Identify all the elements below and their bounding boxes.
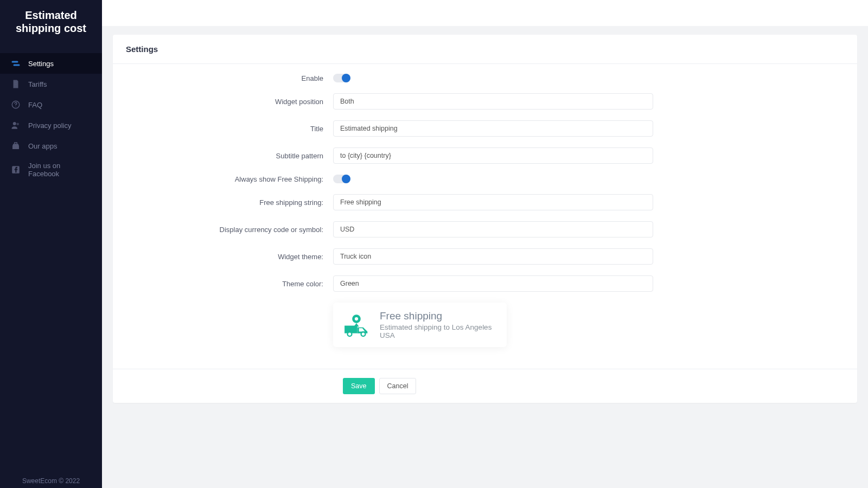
sidebar-item-label: Settings — [28, 60, 54, 68]
row-currency: Display currency code or symbol: — [113, 221, 857, 237]
toggle-enable[interactable] — [333, 74, 349, 82]
svg-rect-1 — [14, 65, 20, 66]
sidebar-item-apps[interactable]: Our apps — [0, 136, 102, 156]
topbar — [102, 0, 868, 26]
sidebar-item-faq[interactable]: FAQ — [0, 94, 102, 115]
label-enable: Enable — [113, 74, 333, 82]
tariffs-icon — [11, 79, 21, 89]
input-title[interactable] — [333, 120, 653, 137]
sidebar-item-facebook[interactable]: Join us on Facebook — [0, 156, 102, 183]
row-theme: Widget theme: — [113, 248, 857, 265]
svg-rect-3 — [15, 84, 17, 85]
select-theme-color[interactable] — [333, 275, 653, 292]
card-actions: Save Cancel — [113, 369, 857, 403]
preview-subtitle: Estimated shipping to Los Angeles USA — [380, 323, 497, 339]
svg-rect-0 — [12, 61, 18, 63]
label-color: Theme color: — [113, 280, 333, 288]
label-position: Widget position — [113, 98, 333, 106]
sidebar-item-settings[interactable]: Settings — [0, 53, 102, 74]
row-color: Theme color: — [113, 275, 857, 292]
select-widget-position[interactable] — [333, 93, 653, 110]
input-subtitle-pattern[interactable] — [333, 147, 653, 164]
sidebar-item-label: FAQ — [28, 101, 42, 109]
sidebar-item-tariffs[interactable]: Tariffs — [0, 74, 102, 94]
row-title: Title — [113, 120, 857, 137]
row-position: Widget position — [113, 93, 857, 110]
select-currency-display[interactable] — [333, 221, 653, 237]
privacy-icon — [11, 120, 21, 130]
label-currency: Display currency code or symbol: — [113, 226, 333, 234]
row-free-string: Free shipping string: — [113, 194, 857, 210]
row-subtitle: Subtitle pattern — [113, 147, 857, 164]
facebook-icon — [11, 165, 21, 175]
faq-icon — [11, 100, 21, 110]
label-title: Title — [113, 125, 333, 133]
svg-point-5 — [15, 106, 16, 107]
svg-point-6 — [13, 122, 16, 125]
preview-title: Free shipping — [380, 310, 497, 322]
sidebar-item-label: Join us on Facebook — [28, 162, 91, 178]
settings-card: Settings Enable Widget position Title — [113, 35, 857, 403]
row-always-free: Always show Free Shipping: — [113, 175, 857, 183]
select-widget-theme[interactable] — [333, 248, 653, 265]
sidebar-footer: SweetEcom © 2022 — [0, 472, 102, 488]
main-area: Settings Enable Widget position Title — [102, 0, 868, 488]
apps-icon — [11, 141, 21, 151]
row-enable: Enable — [113, 74, 857, 82]
settings-icon — [11, 59, 21, 68]
row-preview: . — [113, 303, 857, 347]
svg-point-10 — [355, 317, 358, 320]
card-title: Settings — [126, 44, 844, 54]
svg-point-7 — [17, 123, 20, 126]
sidebar-item-label: Our apps — [28, 142, 57, 150]
sidebar: Estimated shipping cost Settings Tariffs… — [0, 0, 102, 488]
sidebar-item-privacy[interactable]: Privacy policy — [0, 115, 102, 136]
truck-icon — [343, 312, 370, 337]
content-wrap: Settings Enable Widget position Title — [102, 26, 868, 488]
settings-form: Enable Widget position Title — [113, 64, 857, 369]
svg-rect-2 — [15, 82, 17, 83]
label-always-free: Always show Free Shipping: — [113, 175, 333, 183]
save-button[interactable]: Save — [343, 378, 375, 394]
sidebar-item-label: Tariffs — [28, 80, 47, 88]
app-title: Estimated shipping cost — [0, 0, 102, 42]
widget-preview: Free shipping Estimated shipping to Los … — [333, 303, 507, 347]
cancel-button[interactable]: Cancel — [379, 378, 417, 394]
card-header: Settings — [113, 35, 857, 64]
svg-point-14 — [361, 332, 366, 336]
input-free-shipping-string[interactable] — [333, 194, 653, 210]
label-theme: Widget theme: — [113, 253, 333, 261]
label-subtitle: Subtitle pattern — [113, 152, 333, 160]
svg-point-13 — [348, 332, 352, 336]
sidebar-nav: Settings Tariffs FAQ Privacy policy Our — [0, 53, 102, 472]
toggle-always-free[interactable] — [333, 175, 349, 183]
label-free-string: Free shipping string: — [113, 198, 333, 207]
sidebar-item-label: Privacy policy — [28, 121, 71, 130]
